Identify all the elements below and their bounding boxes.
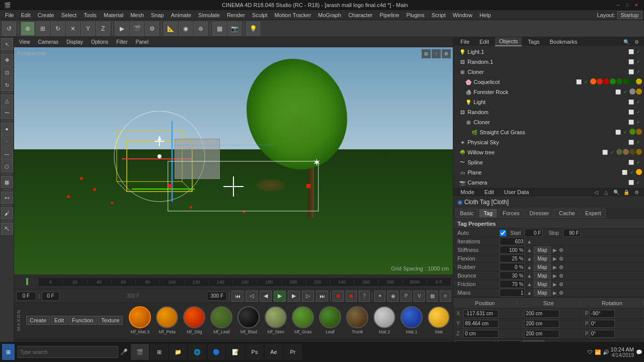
snap3-btn[interactable]: ⊛ [194, 22, 208, 36]
coq-mat1[interactable] [590, 78, 596, 84]
mass-arrow[interactable]: ▲ [527, 290, 532, 296]
psr-z-size-input[interactable] [524, 330, 559, 338]
check-icon3[interactable]: ✓ [635, 68, 642, 75]
check-icon2[interactable]: ✓ [635, 58, 642, 65]
w-mat2[interactable] [623, 149, 629, 155]
rotate-lt[interactable]: ↻ [1, 79, 13, 91]
viewport-icon-1[interactable]: ⊞ [422, 49, 431, 58]
stiff-input[interactable] [500, 246, 525, 254]
light-btn[interactable]: 💡 [246, 22, 260, 36]
obj-forester[interactable]: 🪨 Forester Rock ⬜ ✓ [453, 87, 644, 97]
pl-vis[interactable]: ⬜ [621, 169, 628, 176]
close-button[interactable]: ✕ [633, 2, 640, 9]
menu-character[interactable]: Character [345, 12, 375, 19]
cam-chk[interactable]: ✓ [635, 179, 642, 186]
cameras-menu[interactable]: Cameras [35, 39, 62, 45]
obj-cloner1[interactable]: ⊞ Cloner ⬜ ✓ [453, 67, 644, 77]
next-frame-btn[interactable]: ▷ [302, 291, 314, 302]
select-tool[interactable]: ↖ [1, 38, 13, 50]
material-trunk[interactable]: Trunk [345, 306, 369, 334]
menu-animate[interactable]: Animate [168, 12, 194, 19]
mat-function-btn[interactable]: Function [68, 316, 97, 325]
obj-light[interactable]: 💡 Light ⬜ ✓ [453, 97, 644, 107]
prop-tab-cache[interactable]: Cache [554, 209, 580, 218]
mass-map-btn[interactable]: Map [534, 289, 550, 297]
viewport[interactable]: ✶ [14, 47, 453, 275]
paint-lt[interactable]: 🖌 [1, 207, 13, 219]
s-chk[interactable]: ✓ [635, 139, 642, 146]
end-frame-input[interactable] [207, 292, 227, 301]
next-key-btn[interactable]: ▶ [288, 291, 300, 302]
l-vis[interactable]: ⬜ [627, 99, 634, 106]
sculpt-lt[interactable]: ⛏ [1, 223, 13, 235]
menu-select[interactable]: Select [58, 12, 80, 19]
bounce-map-btn[interactable]: Map [534, 272, 550, 280]
pl-mat1[interactable] [636, 169, 642, 175]
go-end-btn[interactable]: ⏭ [316, 291, 328, 302]
rub-expand[interactable]: ▶ [553, 264, 557, 270]
taskbar-chrome[interactable]: 🔵 [207, 344, 225, 360]
obj-plane[interactable]: ▭ Plane ⬜ ✓ [453, 167, 644, 177]
coq-mat4[interactable] [610, 78, 616, 84]
snap-btn[interactable]: 📐 [164, 22, 178, 36]
viewport-icon-3[interactable]: ⚙ [442, 49, 451, 58]
psr-x-pos-input[interactable] [463, 310, 499, 318]
c2-vis[interactable]: ⬜ [627, 119, 634, 126]
menu-create[interactable]: Create [35, 12, 57, 19]
layout-value[interactable]: Startup [617, 11, 642, 19]
help-anim-btn[interactable]: ? [359, 291, 370, 302]
mass-input[interactable] [500, 289, 525, 297]
key-mode6-btn[interactable]: ≡ [440, 291, 451, 302]
coq-vis[interactable]: ⬜ [575, 78, 582, 85]
face-lt[interactable]: ⬡ [1, 160, 13, 172]
obj-camera[interactable]: 📷 Camera ⬜ ✓ [453, 177, 644, 187]
menu-render[interactable]: Render [224, 12, 248, 19]
mass-expand[interactable]: ▶ [553, 290, 557, 296]
pl-chk[interactable]: ✓ [628, 169, 635, 176]
panel-menu[interactable]: Panel [133, 39, 152, 45]
flex-map-btn[interactable]: Map [534, 255, 550, 262]
grass-mat1[interactable] [629, 129, 635, 135]
material-mfblad[interactable]: Mf_Blad [236, 306, 261, 334]
deform-lt[interactable]: ⊷ [1, 192, 13, 204]
taskbar-explorer[interactable]: 📁 [169, 344, 187, 360]
g-chk[interactable]: ✓ [622, 129, 629, 136]
material-mfgras[interactable]: Mf_Gras [291, 306, 315, 334]
camera-btn[interactable]: 📷 [227, 22, 242, 36]
prop-tab-dresser[interactable]: Dresser [525, 209, 554, 218]
prev-frame-btn[interactable]: ◁ [246, 291, 258, 302]
edge-lt[interactable]: — [1, 148, 13, 160]
tab-edit2[interactable]: Edit [480, 188, 498, 196]
obj-light1[interactable]: 💡 Light.1 ⬜ ✓ [453, 47, 644, 57]
material-mat2[interactable]: Mat.2 [372, 306, 396, 334]
flex-arrow[interactable]: ▲ [527, 256, 532, 261]
obj-spline[interactable]: 〜 Spline ⬜ ✓ [453, 157, 644, 167]
cam-vis[interactable]: ⬜ [627, 179, 634, 186]
for-mat2[interactable] [636, 88, 642, 95]
obj-willow[interactable]: 🌳 Willow tree ⬜ ✓ [453, 147, 644, 157]
rub-arrow[interactable]: ▲ [527, 264, 532, 270]
coq-mat2[interactable] [597, 78, 603, 84]
menu-plugins[interactable]: Plugins [404, 12, 428, 19]
panel-settings-icon[interactable]: ⚙ [632, 37, 641, 46]
coq-mat7[interactable] [629, 78, 635, 84]
render-btn[interactable]: 🎬 [130, 22, 144, 36]
psr-y-pos-input[interactable] [463, 320, 499, 328]
rub-map-btn[interactable]: Map [534, 263, 550, 271]
coq-chk[interactable]: ✓ [583, 78, 590, 85]
stiff-arrow[interactable]: ▲ [527, 247, 532, 253]
material-mat3[interactable]: Mf_Mat.3 [128, 306, 152, 334]
obj-coquelicot[interactable]: 🌸 Coquelicot ⬜ ✓ [453, 77, 644, 87]
material-leaf[interactable]: Leaf [318, 306, 342, 334]
fric-map-btn[interactable]: Map [534, 281, 550, 288]
w-mat3[interactable] [629, 149, 635, 155]
obj-mode-lt[interactable]: ● [1, 123, 13, 135]
play-btn[interactable]: ▶ [274, 291, 286, 302]
taskbar-pr[interactable]: Pr [284, 344, 302, 360]
key-mode3-btn[interactable]: P [400, 291, 412, 302]
key-mode2-btn[interactable]: ◉ [387, 291, 398, 302]
psr-z-rot-input[interactable] [590, 330, 615, 338]
grid-btn[interactable]: ▦ [212, 22, 226, 36]
tab-objects[interactable]: Objects [495, 37, 522, 46]
bounce-expand[interactable]: ▶ [553, 273, 557, 279]
